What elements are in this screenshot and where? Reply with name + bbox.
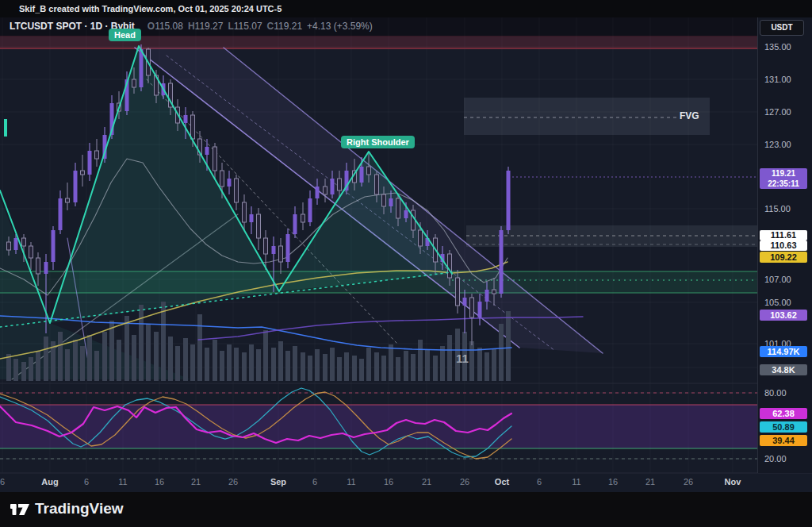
time-tick-label: 26 — [684, 477, 693, 487]
axis-tick-label: 80.00 — [764, 388, 810, 398]
axis-tick-label: 127.00 — [764, 107, 810, 117]
low-label: L — [228, 21, 233, 32]
time-tick-label: Oct — [495, 477, 509, 487]
time-tick-label: 16 — [155, 477, 164, 487]
time-tick-label: 6 — [84, 477, 89, 487]
time-axis[interactable]: 6Aug611162126Sep611162126Oct611162126Nov — [0, 473, 812, 494]
time-tick-label: 11 — [347, 477, 355, 487]
time-tick-label: 26 — [228, 477, 238, 487]
last-price-badge: 119.2122:35:11 — [760, 168, 807, 189]
axis-tick-label: 105.00 — [764, 298, 810, 307]
indicator-badge-magenta: 62.38 — [760, 408, 807, 419]
time-tick-label: 6 — [537, 477, 542, 487]
open-label: O — [147, 21, 155, 32]
close-label: C — [267, 21, 274, 32]
axis-tick-label: 20.00 — [764, 454, 810, 464]
price-level-badge: 110.63 — [760, 240, 807, 251]
time-tick-label: 26 — [460, 477, 469, 487]
time-tick-label: 11 — [572, 477, 580, 487]
time-tick-label: 21 — [191, 477, 201, 487]
footer-bar: TradingView — [0, 492, 812, 527]
open-value: 115.08 — [155, 21, 183, 32]
time-tick-label: Sep — [270, 477, 286, 487]
volume-ma-badge: 114.97K — [760, 346, 807, 357]
right-shoulder-pattern-label[interactable]: Right Shoulder — [341, 136, 415, 148]
fvg-zone-label[interactable]: FVG — [680, 110, 699, 121]
axis-tick-label: 123.00 — [764, 140, 810, 149]
high-value: 119.27 — [195, 21, 224, 32]
time-tick-label: Aug — [41, 477, 58, 487]
tradingview-logo-icon[interactable] — [10, 502, 31, 517]
change-value: +4.13 (+3.59%) — [307, 21, 373, 32]
indicator-badge-orange: 39.44 — [760, 435, 807, 446]
time-tick-label: 6 — [0, 477, 5, 487]
attribution-bar: Skif_B created with TradingView.com, Oct… — [0, 0, 812, 17]
price-level-badge: 103.62 — [760, 310, 807, 321]
price-level-badge: 111.61 — [760, 230, 807, 240]
bar-count-label: 11 — [456, 352, 469, 365]
tradingview-wordmark[interactable]: TradingView — [35, 500, 124, 517]
indicator-badge-cyan: 50.89 — [760, 421, 807, 433]
time-tick-label: 16 — [384, 477, 393, 487]
axis-tick-label: 131.00 — [764, 75, 810, 84]
symbol-info-bar[interactable]: LTCUSDT SPOT · 1D · BybitO115.08H119.27L… — [10, 21, 373, 32]
time-tick-label: 16 — [608, 477, 618, 487]
price-axis[interactable]: 135.00131.00127.00123.00115.00107.00105.… — [757, 17, 812, 473]
head-pattern-label[interactable]: Head — [109, 29, 141, 41]
time-tick-label: 11 — [118, 477, 127, 487]
price-level-badge: 109.22 — [760, 252, 807, 263]
low-value: 115.07 — [234, 21, 262, 32]
axis-tick-label: 115.00 — [764, 204, 810, 213]
attribution-text: Skif_B created with TradingView.com, Oct… — [19, 4, 282, 13]
volume-badge: 34.8K — [760, 364, 807, 375]
axis-tick-label: 107.00 — [764, 275, 810, 284]
chart-background[interactable] — [0, 17, 812, 492]
time-tick-label: 6 — [312, 477, 317, 487]
time-tick-label: Nov — [725, 477, 741, 487]
currency-toggle-button[interactable]: USDT — [760, 20, 804, 36]
high-label: H — [188, 21, 195, 32]
close-value: 119.21 — [274, 21, 302, 32]
time-tick-label: 21 — [645, 477, 655, 487]
time-tick-label: 21 — [422, 477, 431, 487]
axis-tick-label: 135.00 — [764, 42, 810, 52]
